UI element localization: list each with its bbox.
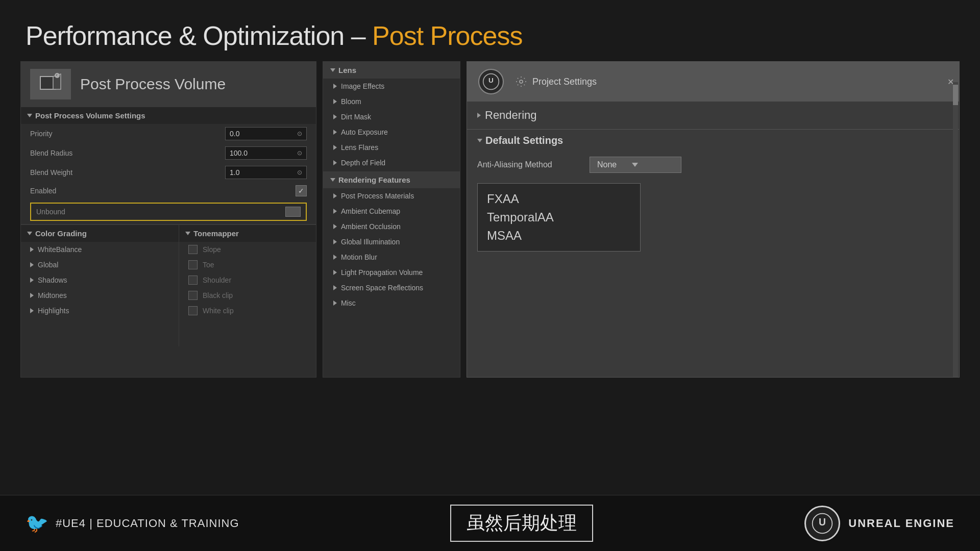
tm-item-blackclip[interactable]: Black clip [179, 288, 316, 303]
collapse-icon[interactable] [27, 114, 32, 117]
cg-item-midtones[interactable]: Midtones [21, 288, 179, 303]
ps-header-inner: Project Settings ✕ [515, 73, 954, 90]
dropdown-arrow-icon [632, 163, 638, 167]
rf-collapse-icon[interactable] [330, 178, 335, 182]
priority-row: Priority 0.0 ⊙ [21, 124, 316, 143]
cg-item-shadows[interactable]: Shadows [21, 272, 179, 288]
rf-expand-icon-7 [333, 300, 337, 306]
aa-option-msaa[interactable]: MSAA [487, 227, 631, 245]
rf-label-4: Motion Blur [341, 253, 377, 261]
aa-option-temporalaa[interactable]: TemporalAA [487, 208, 631, 227]
lens-item-autoexposure[interactable]: Auto Exposure [323, 124, 460, 140]
aa-current-value: None [597, 160, 617, 169]
rf-label-0: Post Process Materials [341, 192, 414, 200]
blend-weight-label: Blend Weight [30, 168, 220, 177]
lens-item-image-effects[interactable]: Image Effects [323, 79, 460, 94]
blend-weight-arrow: ⊙ [297, 169, 302, 176]
ppv-settings-label: Post Process Volume Settings [35, 111, 145, 120]
svg-point-2 [55, 73, 60, 78]
lens-expand-icon-0 [333, 84, 337, 89]
lens-expand-icon-1 [333, 99, 337, 104]
lens-item-lensflares[interactable]: Lens Flares [323, 140, 460, 155]
lens-label-0: Image Effects [341, 82, 384, 90]
middle-panel: Lens Image Effects Bloom Dirt Mask Auto … [323, 61, 460, 378]
ue-footer-circle: U [804, 506, 840, 541]
ppv-settings-header: Post Process Volume Settings [21, 107, 316, 124]
tm-checkbox-4[interactable] [188, 306, 198, 315]
lens-expand-icon-5 [333, 160, 337, 165]
rf-label-6: Screen Space Reflections [341, 284, 423, 292]
lens-item-depthoffield[interactable]: Depth of Field [323, 155, 460, 170]
color-grading-panel: Color Grading WhiteBalance Global Shadow… [21, 224, 179, 346]
aa-dropdown[interactable]: None [590, 157, 681, 173]
lens-label-5: Depth of Field [341, 159, 385, 167]
enabled-row: Enabled [21, 182, 316, 199]
blend-radius-input[interactable]: 100.0 ⊙ [225, 146, 307, 160]
default-settings-label: Default Settings [485, 135, 563, 146]
priority-input[interactable]: 0.0 ⊙ [225, 127, 307, 140]
tm-label-2: Shoulder [203, 276, 231, 284]
rf-label-1: Ambient Cubemap [341, 207, 400, 215]
tm-item-whiteclip[interactable]: White clip [179, 303, 316, 318]
lens-item-dirtmask[interactable]: Dirt Mask [323, 109, 460, 124]
ps-title: Project Settings [532, 77, 597, 87]
rf-item-ssr[interactable]: Screen Space Reflections [323, 280, 460, 295]
lens-label-2: Dirt Mask [341, 113, 371, 121]
default-settings-header: Default Settings [467, 129, 959, 152]
rendering-row[interactable]: Rendering [467, 102, 959, 129]
ppv-icon [30, 69, 71, 99]
tonemapper-panel: Tonemapper Slope Toe Shoulder Black clip [179, 224, 316, 346]
bottom-panels: Color Grading WhiteBalance Global Shadow… [21, 224, 316, 346]
lens-expand-icon-4 [333, 145, 337, 150]
blend-weight-input[interactable]: 1.0 ⊙ [225, 166, 307, 179]
tm-checkbox-3[interactable] [188, 291, 198, 300]
cg-item-global[interactable]: Global [21, 257, 179, 272]
lens-label-1: Bloom [341, 97, 361, 106]
rf-item-lpv[interactable]: Light Propagation Volume [323, 265, 460, 280]
priority-label: Priority [30, 130, 220, 138]
tonemapper-header: Tonemapper [179, 224, 316, 242]
unbound-row[interactable]: Unbound [30, 203, 307, 221]
lens-item-bloom[interactable]: Bloom [323, 94, 460, 109]
rf-item-ambientcubemap[interactable]: Ambient Cubemap [323, 204, 460, 219]
tm-item-slope[interactable]: Slope [179, 242, 316, 257]
ue-footer-text: UNREAL ENGINE [848, 517, 954, 530]
tm-item-shoulder[interactable]: Shoulder [179, 272, 316, 288]
rf-expand-icon-2 [333, 224, 337, 229]
rf-item-ambientocclusion[interactable]: Ambient Occlusion [323, 219, 460, 234]
scrollbar-thumb[interactable] [953, 85, 958, 105]
tm-item-toe[interactable]: Toe [179, 257, 316, 272]
aa-label: Anti-Aliasing Method [477, 160, 579, 169]
ue-footer-icon: U [811, 512, 834, 535]
rf-expand-icon-5 [333, 270, 337, 275]
rf-item-globalillumination[interactable]: Global Illumination [323, 234, 460, 249]
cg-collapse-icon[interactable] [27, 232, 32, 235]
rf-item-misc[interactable]: Misc [323, 295, 460, 311]
tm-checkbox-0[interactable] [188, 245, 198, 254]
footer: 🐦 #UE4 | EDUCATION & TRAINING 虽然后期处理 U U… [0, 495, 980, 551]
tm-checkbox-1[interactable] [188, 260, 198, 269]
rf-item-ppm[interactable]: Post Process Materials [323, 188, 460, 204]
cg-label-1: Global [38, 261, 58, 269]
scrollbar-track [953, 82, 958, 377]
enabled-label: Enabled [30, 187, 290, 195]
rendering-label: Rendering [485, 109, 537, 122]
svg-point-6 [520, 80, 523, 83]
ppv-panel: Post Process Volume Post Process Volume … [20, 61, 316, 378]
tm-collapse-icon[interactable] [185, 232, 190, 235]
lens-collapse-icon[interactable] [330, 68, 335, 72]
rendering-features-header: Rendering Features [323, 171, 460, 188]
priority-arrow: ⊙ [297, 130, 302, 137]
cg-item-whitebalance[interactable]: WhiteBalance [21, 242, 179, 257]
cg-label-0: WhiteBalance [38, 245, 82, 254]
rf-item-motionblur[interactable]: Motion Blur [323, 249, 460, 265]
cg-item-highlights[interactable]: Highlights [21, 303, 179, 318]
enabled-checkbox[interactable] [296, 185, 307, 196]
tm-checkbox-2[interactable] [188, 276, 198, 285]
unbound-toggle[interactable] [285, 207, 301, 217]
ds-collapse-icon[interactable] [477, 139, 482, 142]
aa-row: Anti-Aliasing Method None [467, 152, 959, 178]
aa-option-fxaa[interactable]: FXAA [487, 190, 631, 208]
cg-label-2: Shadows [38, 276, 67, 284]
ue-logo-small: U [478, 69, 504, 94]
